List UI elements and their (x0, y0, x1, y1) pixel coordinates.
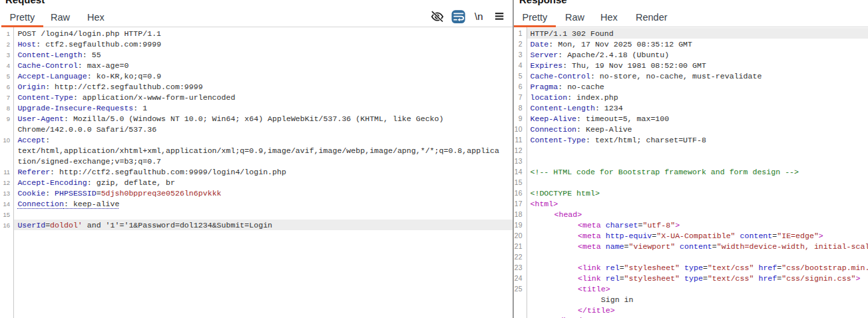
svg-text:\n: \n (475, 11, 483, 22)
